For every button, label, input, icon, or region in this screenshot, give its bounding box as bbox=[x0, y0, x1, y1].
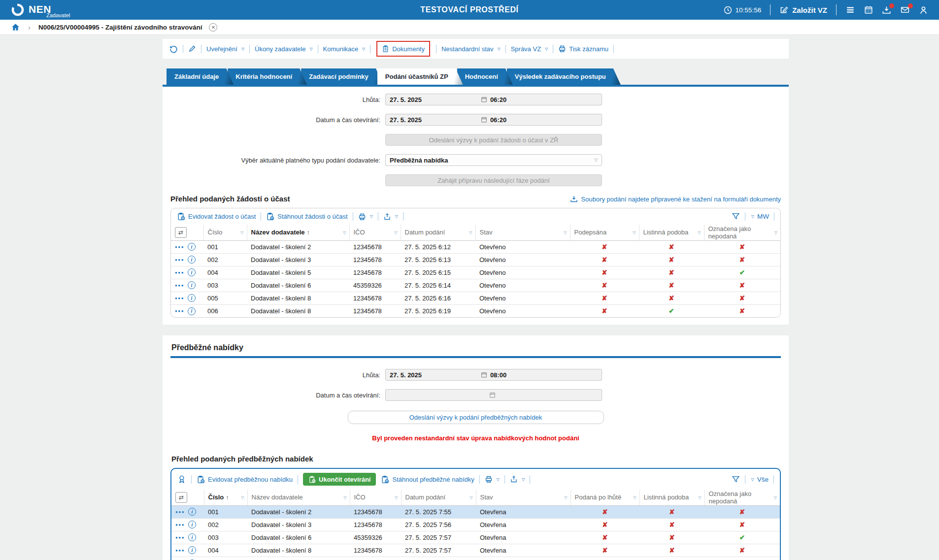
column-chooser-icon[interactable]: ⇄ bbox=[175, 492, 187, 503]
row-info-icon[interactable]: i bbox=[188, 294, 196, 302]
send-invite-button[interactable]: Odeslání výzvy k podání žádosti o účast … bbox=[385, 134, 602, 146]
print-list-button[interactable]: ▽ bbox=[358, 213, 373, 221]
send-preliminary-invite-button[interactable]: Odeslání výzvy k podání předběžných nabí… bbox=[348, 411, 604, 424]
column-filter-icon[interactable]: ▽ bbox=[564, 495, 567, 499]
column-filter-icon[interactable]: ▽ bbox=[633, 230, 636, 234]
tab-zakladni-udaje[interactable]: Základní údaje bbox=[167, 68, 234, 85]
calendar-icon[interactable] bbox=[481, 371, 487, 378]
table-row[interactable]: ●●●i005Dodavatel - školení 81234567827. … bbox=[171, 557, 780, 560]
table-row[interactable]: ●●●i001Dodavatel - školení 21234567827. … bbox=[171, 505, 780, 518]
print-list-button[interactable]: ▽ bbox=[485, 475, 500, 483]
row-menu-icon[interactable]: ●●● bbox=[175, 296, 184, 300]
create-vz-button[interactable]: Založit VZ bbox=[779, 5, 827, 14]
submission-type-select[interactable]: Předběžná nabídka ▽ bbox=[385, 154, 602, 166]
row-menu-icon[interactable]: ●●● bbox=[175, 245, 184, 249]
row-menu-icon[interactable]: ●●● bbox=[175, 548, 185, 553]
preliminary-opening-field[interactable] bbox=[385, 389, 602, 401]
tab-hodnoceni[interactable]: Hodnocení bbox=[457, 68, 513, 85]
preliminary-deadline-field[interactable]: 27. 5. 2025 08:00 bbox=[385, 369, 602, 381]
row-info-icon[interactable]: i bbox=[188, 243, 196, 251]
row-menu-icon[interactable]: ●●● bbox=[175, 258, 184, 262]
breadcrumb-record[interactable]: N006/25/V00004995 - Zajištění závodního … bbox=[38, 24, 202, 31]
export-list-button[interactable]: ▽ bbox=[383, 213, 398, 221]
mail-icon[interactable] bbox=[900, 5, 910, 14]
calendar-icon[interactable] bbox=[481, 96, 487, 103]
row-info-icon[interactable]: i bbox=[188, 268, 196, 276]
table-row[interactable]: ●●●i004Dodavatel - školení 81234567827. … bbox=[171, 544, 780, 557]
table-row[interactable]: ●●●i003Dodavatel - školení 64535932627. … bbox=[171, 531, 780, 544]
download-preliminary-offers-button[interactable]: Stáhnout předběžné nabídky bbox=[381, 475, 474, 484]
nen-logo[interactable]: NEN Zadavatel bbox=[11, 2, 70, 18]
tab-podani-ucastniku-zp[interactable]: Podání účastníků ZP bbox=[377, 68, 463, 85]
row-menu-icon[interactable]: ●●● bbox=[175, 510, 185, 514]
row-info-icon[interactable]: i bbox=[188, 307, 196, 315]
user-icon[interactable] bbox=[919, 5, 928, 15]
toolbar-item-uverejneni[interactable]: Uveřejnění▽ bbox=[206, 45, 244, 53]
toolbar-item-tisk-zaznamu[interactable]: Tisk záznamu bbox=[558, 45, 608, 53]
table-row[interactable]: ●●●i006Dodavatel - školení 81234567827. … bbox=[171, 304, 780, 317]
table-row[interactable]: ●●●i005Dodavatel - školení 81234567827. … bbox=[171, 292, 780, 304]
row-info-icon[interactable]: i bbox=[188, 521, 196, 528]
column-filter-icon[interactable]: ▽ bbox=[343, 495, 346, 499]
column-filter-icon[interactable]: ▽ bbox=[470, 495, 472, 499]
tab-vysledek-zadavaciho-postupu[interactable]: Výsledek zadávacího postupu bbox=[507, 68, 621, 85]
history-refresh-icon[interactable] bbox=[169, 45, 178, 53]
column-filter-icon[interactable]: ▽ bbox=[774, 230, 777, 234]
toolbar-item-sprava-vz[interactable]: Správa VZ▽ bbox=[511, 45, 548, 53]
table-row[interactable]: ●●●i002Dodavatel - školení 31234567827. … bbox=[171, 253, 780, 266]
column-filter-icon[interactable]: ▽ bbox=[698, 495, 701, 499]
table-row[interactable]: ●●●i003Dodavatel - školení 64535932627. … bbox=[171, 279, 780, 292]
column-filter-icon[interactable]: ▽ bbox=[343, 230, 346, 234]
row-info-icon[interactable]: i bbox=[188, 281, 196, 289]
home-icon[interactable] bbox=[11, 23, 20, 32]
register-request-button[interactable]: Evidovat žádost o účast bbox=[177, 212, 256, 221]
table-row[interactable]: ●●●i004Dodavatel - školení 51234567827. … bbox=[171, 266, 780, 279]
row-menu-icon[interactable]: ●●● bbox=[175, 309, 184, 313]
filter-icon[interactable] bbox=[732, 475, 740, 484]
row-info-icon[interactable]: i bbox=[188, 508, 196, 516]
tab-kriteria-hodnoceni[interactable]: Kritéria hodnocení bbox=[228, 68, 307, 85]
finish-opening-button[interactable]: Ukončit otevírání bbox=[303, 473, 376, 486]
table-row[interactable]: ●●●i002Dodavatel - školení 31234567827. … bbox=[171, 518, 780, 531]
inbox-download-icon[interactable] bbox=[882, 5, 891, 15]
column-chooser-icon[interactable]: ⇄ bbox=[175, 227, 187, 238]
row-info-icon[interactable]: i bbox=[188, 533, 196, 541]
menu-icon[interactable] bbox=[845, 5, 855, 14]
calendar-icon[interactable] bbox=[864, 5, 873, 14]
export-list-button[interactable]: ▽ bbox=[510, 475, 525, 483]
calendar-icon[interactable] bbox=[481, 116, 487, 123]
edit-pencil-icon[interactable] bbox=[188, 45, 196, 53]
column-filter-icon[interactable]: ▽ bbox=[395, 495, 398, 499]
toolbar-item-ukony-zadavatele[interactable]: Úkony zadavatele▽ bbox=[255, 45, 313, 53]
toolbar-item-komunikace[interactable]: Komunikace▽ bbox=[323, 45, 366, 53]
row-menu-icon[interactable]: ●●● bbox=[175, 270, 184, 275]
column-filter-icon[interactable]: ▽ bbox=[241, 495, 244, 499]
row-menu-icon[interactable]: ●●● bbox=[175, 283, 184, 288]
toolbar-item-dokumenty[interactable]: Dokumenty bbox=[376, 41, 430, 57]
download-requests-button[interactable]: Stáhnout žádosti o účast bbox=[266, 212, 347, 221]
view-selector[interactable]: ▽ Vše bbox=[750, 476, 769, 483]
tab-zadavaci-podminky[interactable]: Zadávací podmínky bbox=[301, 68, 383, 85]
toolbar-item-nestandardni-stav[interactable]: Nestandardní stav▽ bbox=[441, 45, 501, 53]
table-row[interactable]: ●●●i001Dodavatel - školení 21234567827. … bbox=[171, 240, 780, 253]
row-info-icon[interactable]: i bbox=[188, 256, 196, 264]
row-info-icon[interactable]: i bbox=[188, 546, 196, 554]
column-filter-icon[interactable]: ▽ bbox=[394, 230, 397, 234]
column-filter-icon[interactable]: ▽ bbox=[633, 495, 636, 499]
opening-datetime-field[interactable]: 27. 5. 2025 06:20 bbox=[385, 114, 602, 126]
column-filter-icon[interactable]: ▽ bbox=[774, 495, 777, 499]
register-preliminary-offer-button[interactable]: Evidovat předběžnou nabídku bbox=[197, 475, 293, 484]
row-menu-icon[interactable]: ●●● bbox=[175, 535, 185, 540]
column-filter-icon[interactable]: ▽ bbox=[698, 230, 701, 234]
view-selector[interactable]: ▽ MW bbox=[750, 213, 769, 220]
submission-files-link[interactable]: Soubory podání najdete připravené ke sta… bbox=[570, 195, 781, 203]
next-phase-button[interactable]: Zahájit přípravu následující fáze podání bbox=[385, 174, 602, 186]
filter-icon[interactable] bbox=[732, 212, 740, 221]
column-filter-icon[interactable]: ▽ bbox=[469, 230, 472, 234]
column-filter-icon[interactable]: ▽ bbox=[564, 230, 567, 234]
ribbon-icon[interactable] bbox=[177, 475, 186, 484]
close-icon[interactable]: ✕ bbox=[209, 23, 217, 32]
deadline-datetime-field[interactable]: 27. 5. 2025 06:20 bbox=[385, 94, 602, 105]
row-menu-icon[interactable]: ●●● bbox=[175, 523, 185, 527]
column-filter-icon[interactable]: ▽ bbox=[240, 230, 243, 234]
